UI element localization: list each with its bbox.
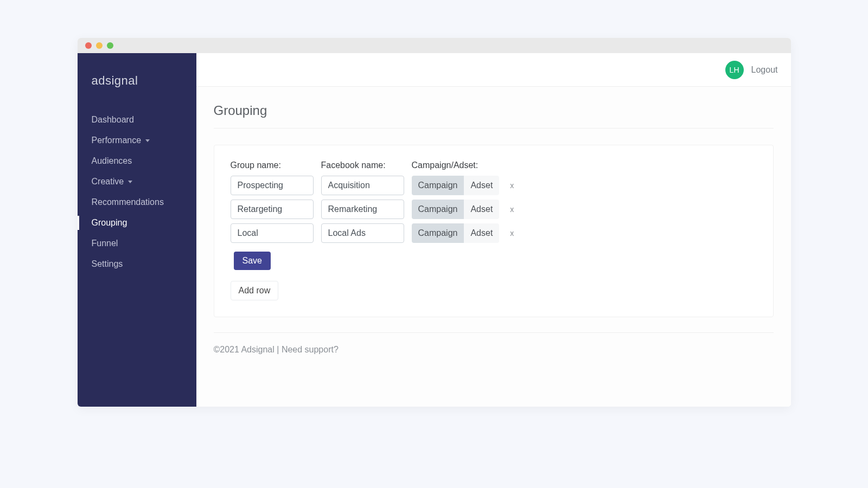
campaign-adset-toggle: Campaign Adset	[412, 176, 500, 195]
grouping-row: Campaign Adset x	[231, 200, 757, 219]
brand-logo: adsignal	[78, 68, 196, 110]
grouping-card: Group name: Facebook name: Campaign/Adse…	[214, 145, 774, 317]
grouping-row: Campaign Adset x	[231, 223, 757, 243]
window-minimize-icon[interactable]	[96, 42, 103, 49]
sidebar-item-audiences[interactable]: Audiences	[78, 151, 196, 171]
toggle-campaign-button[interactable]: Campaign	[412, 223, 464, 243]
sidebar-item-funnel[interactable]: Funnel	[78, 233, 196, 254]
campaign-adset-toggle: Campaign Adset	[412, 223, 500, 243]
toggle-adset-button[interactable]: Adset	[464, 176, 499, 195]
sidebar-item-label: Settings	[92, 259, 123, 269]
toggle-campaign-button[interactable]: Campaign	[412, 176, 464, 195]
sidebar-item-label: Recommendations	[92, 197, 164, 207]
page-title: Grouping	[214, 103, 774, 128]
sidebar-item-label: Audiences	[92, 156, 132, 166]
column-header-facebook-name: Facebook name:	[321, 160, 404, 170]
sidebar-item-label: Creative	[92, 177, 124, 187]
avatar[interactable]: LH	[725, 61, 744, 79]
sidebar-item-grouping[interactable]: Grouping	[78, 213, 196, 233]
support-link[interactable]: Need support?	[282, 345, 339, 354]
page-content: Grouping Group name: Facebook name: Camp…	[196, 87, 791, 407]
facebook-name-input[interactable]	[321, 200, 404, 219]
sidebar-item-label: Funnel	[92, 239, 118, 248]
sidebar-item-label: Grouping	[92, 218, 127, 228]
toggle-campaign-button[interactable]: Campaign	[412, 200, 464, 219]
sidebar-item-label: Dashboard	[92, 115, 134, 125]
group-name-input[interactable]	[231, 223, 314, 243]
group-name-input[interactable]	[231, 176, 314, 195]
campaign-adset-toggle: Campaign Adset	[412, 200, 500, 219]
top-header: LH Logout	[196, 53, 791, 87]
sidebar-item-settings[interactable]: Settings	[78, 254, 196, 274]
facebook-name-input[interactable]	[321, 223, 404, 243]
column-header-campaign-adset: Campaign/Adset:	[412, 160, 499, 170]
footer-copyright: ©2021 Adsignal |	[214, 345, 282, 354]
remove-row-button[interactable]: x	[507, 205, 517, 214]
add-row-button[interactable]: Add row	[231, 281, 279, 300]
column-header-group-name: Group name:	[231, 160, 314, 170]
save-button[interactable]: Save	[234, 252, 271, 270]
sidebar: adsignal Dashboard Performance Audiences…	[78, 53, 196, 407]
logout-link[interactable]: Logout	[751, 65, 778, 75]
facebook-name-input[interactable]	[321, 176, 404, 195]
main-area: LH Logout Grouping Group name: Facebook …	[196, 53, 791, 407]
grouping-row: Campaign Adset x	[231, 176, 757, 195]
toggle-adset-button[interactable]: Adset	[464, 200, 499, 219]
browser-window: adsignal Dashboard Performance Audiences…	[78, 38, 791, 407]
sidebar-item-recommendations[interactable]: Recommendations	[78, 192, 196, 213]
window-titlebar	[78, 38, 791, 53]
divider	[214, 128, 774, 129]
window-maximize-icon[interactable]	[107, 42, 113, 49]
sidebar-item-creative[interactable]: Creative	[78, 171, 196, 192]
form-header-row: Group name: Facebook name: Campaign/Adse…	[231, 160, 757, 170]
app-shell: adsignal Dashboard Performance Audiences…	[78, 53, 791, 407]
remove-row-button[interactable]: x	[507, 181, 517, 190]
chevron-down-icon	[145, 139, 150, 142]
remove-row-button[interactable]: x	[507, 229, 517, 237]
chevron-down-icon	[128, 181, 132, 183]
sidebar-item-dashboard[interactable]: Dashboard	[78, 110, 196, 130]
toggle-adset-button[interactable]: Adset	[464, 223, 499, 243]
window-close-icon[interactable]	[85, 42, 92, 49]
group-name-input[interactable]	[231, 200, 314, 219]
sidebar-item-performance[interactable]: Performance	[78, 130, 196, 151]
sidebar-item-label: Performance	[92, 136, 142, 145]
page-footer: ©2021 Adsignal | Need support?	[214, 332, 774, 355]
